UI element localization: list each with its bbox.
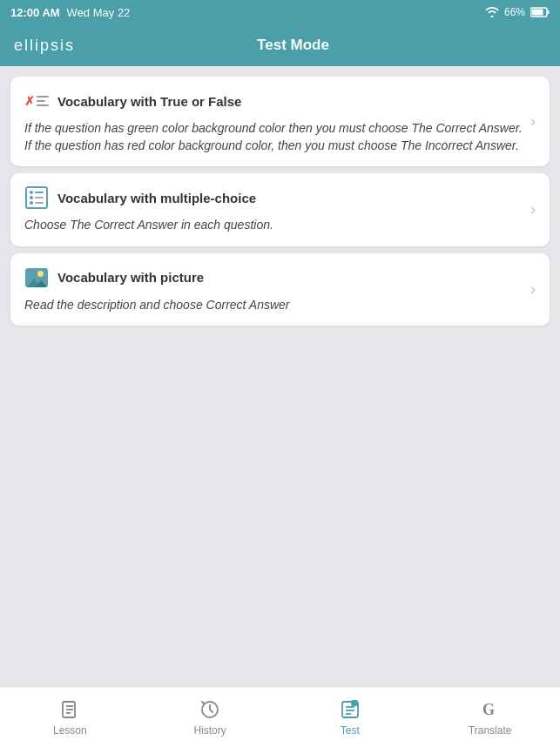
- battery-percent: 66%: [504, 6, 525, 18]
- picture-card[interactable]: Vocabulary with picture Read the descrip…: [10, 253, 550, 326]
- multiple-choice-card[interactable]: Vocabulary with multiple-choice Choose T…: [10, 173, 550, 246]
- card-header: Vocabulary with picture: [24, 266, 523, 290]
- true-false-card[interactable]: ✗ Vocabulary with True or False If the q…: [10, 77, 550, 166]
- card-header: ✗ Vocabulary with True or False: [24, 89, 523, 113]
- nav-title: Test Mode: [75, 37, 511, 54]
- svg-text:G: G: [482, 701, 495, 718]
- tab-translate[interactable]: G Translate: [420, 687, 560, 747]
- card-title: Vocabulary with True or False: [57, 94, 241, 109]
- multiple-choice-icon: [24, 185, 49, 210]
- card-description: Choose The Correct Answer in each questi…: [24, 217, 523, 234]
- history-label: History: [193, 724, 226, 737]
- main-content: ✗ Vocabulary with True or False If the q…: [0, 66, 560, 686]
- svg-rect-1: [532, 10, 543, 16]
- card-left: ✗ Vocabulary with True or False If the q…: [24, 89, 523, 154]
- tab-history[interactable]: History: [140, 687, 280, 747]
- lesson-label: Lesson: [53, 724, 87, 737]
- tab-test[interactable]: Test: [280, 687, 421, 747]
- picture-icon: [24, 266, 49, 290]
- wifi-icon: [485, 7, 499, 17]
- true-false-icon: ✗: [24, 89, 49, 113]
- card-title: Vocabulary with picture: [57, 270, 204, 285]
- test-icon: [339, 698, 361, 721]
- translate-label: Translate: [469, 724, 512, 737]
- tab-bar: Lesson History Test G: [0, 686, 560, 747]
- battery-icon: [530, 7, 550, 17]
- svg-rect-12: [352, 701, 357, 705]
- card-title: Vocabulary with multiple-choice: [57, 191, 256, 205]
- chevron-right-icon: ›: [530, 200, 536, 219]
- card-header: Vocabulary with multiple-choice: [24, 185, 523, 210]
- card-description: Read the description and choose Correct …: [24, 297, 523, 314]
- nav-bar: ellipsis Test Mode: [0, 24, 560, 66]
- card-description: If the question has green color backgrou…: [24, 120, 523, 154]
- status-date: Wed May 22: [67, 6, 131, 19]
- test-label: Test: [341, 724, 360, 737]
- status-bar: 12:00 AM Wed May 22 66%: [0, 0, 560, 24]
- chevron-right-icon: ›: [530, 280, 536, 299]
- card-left: Vocabulary with picture Read the descrip…: [24, 266, 523, 314]
- history-icon: [199, 698, 221, 721]
- menu-button[interactable]: ellipsis: [14, 37, 75, 55]
- chevron-right-icon: ›: [530, 112, 536, 131]
- status-time: 12:00 AM: [10, 6, 60, 19]
- card-left: Vocabulary with multiple-choice Choose T…: [24, 185, 523, 234]
- svg-rect-2: [548, 10, 550, 14]
- lesson-icon: [58, 698, 81, 721]
- tab-lesson[interactable]: Lesson: [0, 687, 140, 747]
- translate-icon: G: [479, 698, 502, 721]
- status-icons: 66%: [485, 6, 550, 18]
